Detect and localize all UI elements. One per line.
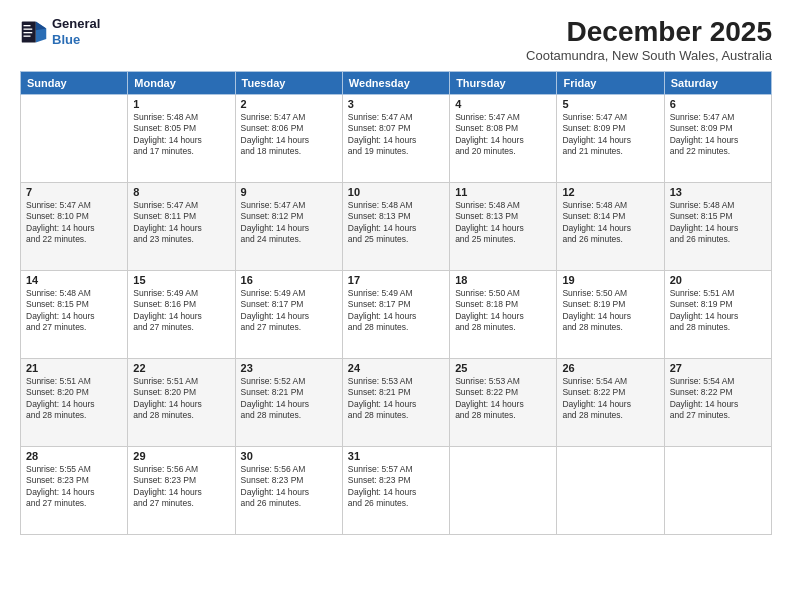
month-title: December 2025 — [526, 16, 772, 48]
calendar-cell: 21Sunrise: 5:51 AMSunset: 8:20 PMDayligh… — [21, 359, 128, 447]
day-info: Sunrise: 5:55 AMSunset: 8:23 PMDaylight:… — [26, 464, 122, 510]
day-number: 1 — [133, 98, 229, 110]
calendar-cell: 17Sunrise: 5:49 AMSunset: 8:17 PMDayligh… — [342, 271, 449, 359]
day-info: Sunrise: 5:50 AMSunset: 8:19 PMDaylight:… — [562, 288, 658, 334]
day-number: 14 — [26, 274, 122, 286]
calendar-cell: 22Sunrise: 5:51 AMSunset: 8:20 PMDayligh… — [128, 359, 235, 447]
calendar-cell: 18Sunrise: 5:50 AMSunset: 8:18 PMDayligh… — [450, 271, 557, 359]
calendar-table: SundayMondayTuesdayWednesdayThursdayFrid… — [20, 71, 772, 535]
calendar-week-4: 21Sunrise: 5:51 AMSunset: 8:20 PMDayligh… — [21, 359, 772, 447]
day-info: Sunrise: 5:54 AMSunset: 8:22 PMDaylight:… — [562, 376, 658, 422]
calendar-cell: 6Sunrise: 5:47 AMSunset: 8:09 PMDaylight… — [664, 95, 771, 183]
day-number: 31 — [348, 450, 444, 462]
calendar-cell: 28Sunrise: 5:55 AMSunset: 8:23 PMDayligh… — [21, 447, 128, 535]
day-info: Sunrise: 5:47 AMSunset: 8:09 PMDaylight:… — [562, 112, 658, 158]
day-number: 5 — [562, 98, 658, 110]
calendar-cell: 19Sunrise: 5:50 AMSunset: 8:19 PMDayligh… — [557, 271, 664, 359]
day-info: Sunrise: 5:47 AMSunset: 8:06 PMDaylight:… — [241, 112, 337, 158]
svg-rect-7 — [24, 35, 31, 36]
day-info: Sunrise: 5:56 AMSunset: 8:23 PMDaylight:… — [241, 464, 337, 510]
day-info: Sunrise: 5:48 AMSunset: 8:15 PMDaylight:… — [670, 200, 766, 246]
day-number: 27 — [670, 362, 766, 374]
day-info: Sunrise: 5:51 AMSunset: 8:19 PMDaylight:… — [670, 288, 766, 334]
calendar-cell: 20Sunrise: 5:51 AMSunset: 8:19 PMDayligh… — [664, 271, 771, 359]
day-info: Sunrise: 5:52 AMSunset: 8:21 PMDaylight:… — [241, 376, 337, 422]
day-info: Sunrise: 5:49 AMSunset: 8:17 PMDaylight:… — [241, 288, 337, 334]
day-info: Sunrise: 5:47 AMSunset: 8:12 PMDaylight:… — [241, 200, 337, 246]
calendar-cell: 25Sunrise: 5:53 AMSunset: 8:22 PMDayligh… — [450, 359, 557, 447]
day-info: Sunrise: 5:56 AMSunset: 8:23 PMDaylight:… — [133, 464, 229, 510]
calendar-header-tuesday: Tuesday — [235, 72, 342, 95]
calendar-cell: 23Sunrise: 5:52 AMSunset: 8:21 PMDayligh… — [235, 359, 342, 447]
day-info: Sunrise: 5:47 AMSunset: 8:09 PMDaylight:… — [670, 112, 766, 158]
day-number: 22 — [133, 362, 229, 374]
calendar-header-monday: Monday — [128, 72, 235, 95]
header: General Blue December 2025 Cootamundra, … — [20, 16, 772, 63]
calendar-cell: 12Sunrise: 5:48 AMSunset: 8:14 PMDayligh… — [557, 183, 664, 271]
calendar-cell — [21, 95, 128, 183]
day-number: 4 — [455, 98, 551, 110]
calendar-cell: 27Sunrise: 5:54 AMSunset: 8:22 PMDayligh… — [664, 359, 771, 447]
day-number: 13 — [670, 186, 766, 198]
day-number: 17 — [348, 274, 444, 286]
day-number: 12 — [562, 186, 658, 198]
calendar-cell: 4Sunrise: 5:47 AMSunset: 8:08 PMDaylight… — [450, 95, 557, 183]
logo-icon — [20, 18, 48, 46]
calendar-cell: 29Sunrise: 5:56 AMSunset: 8:23 PMDayligh… — [128, 447, 235, 535]
calendar-cell: 5Sunrise: 5:47 AMSunset: 8:09 PMDaylight… — [557, 95, 664, 183]
day-info: Sunrise: 5:53 AMSunset: 8:22 PMDaylight:… — [455, 376, 551, 422]
page: General Blue December 2025 Cootamundra, … — [0, 0, 792, 612]
day-info: Sunrise: 5:48 AMSunset: 8:13 PMDaylight:… — [455, 200, 551, 246]
calendar-cell: 15Sunrise: 5:49 AMSunset: 8:16 PMDayligh… — [128, 271, 235, 359]
calendar-cell — [664, 447, 771, 535]
calendar-header-friday: Friday — [557, 72, 664, 95]
calendar-week-2: 7Sunrise: 5:47 AMSunset: 8:10 PMDaylight… — [21, 183, 772, 271]
calendar-cell: 16Sunrise: 5:49 AMSunset: 8:17 PMDayligh… — [235, 271, 342, 359]
day-number: 18 — [455, 274, 551, 286]
day-number: 3 — [348, 98, 444, 110]
calendar-week-1: 1Sunrise: 5:48 AMSunset: 8:05 PMDaylight… — [21, 95, 772, 183]
calendar-cell: 30Sunrise: 5:56 AMSunset: 8:23 PMDayligh… — [235, 447, 342, 535]
svg-rect-5 — [24, 28, 33, 29]
day-info: Sunrise: 5:50 AMSunset: 8:18 PMDaylight:… — [455, 288, 551, 334]
day-info: Sunrise: 5:49 AMSunset: 8:17 PMDaylight:… — [348, 288, 444, 334]
calendar-header-sunday: Sunday — [21, 72, 128, 95]
calendar-week-5: 28Sunrise: 5:55 AMSunset: 8:23 PMDayligh… — [21, 447, 772, 535]
day-info: Sunrise: 5:48 AMSunset: 8:15 PMDaylight:… — [26, 288, 122, 334]
location-subtitle: Cootamundra, New South Wales, Australia — [526, 48, 772, 63]
day-number: 15 — [133, 274, 229, 286]
calendar-header-row: SundayMondayTuesdayWednesdayThursdayFrid… — [21, 72, 772, 95]
calendar-cell: 9Sunrise: 5:47 AMSunset: 8:12 PMDaylight… — [235, 183, 342, 271]
calendar-cell — [450, 447, 557, 535]
day-number: 24 — [348, 362, 444, 374]
day-info: Sunrise: 5:47 AMSunset: 8:08 PMDaylight:… — [455, 112, 551, 158]
day-info: Sunrise: 5:48 AMSunset: 8:13 PMDaylight:… — [348, 200, 444, 246]
day-number: 23 — [241, 362, 337, 374]
calendar-cell: 1Sunrise: 5:48 AMSunset: 8:05 PMDaylight… — [128, 95, 235, 183]
calendar-cell: 7Sunrise: 5:47 AMSunset: 8:10 PMDaylight… — [21, 183, 128, 271]
calendar-cell: 11Sunrise: 5:48 AMSunset: 8:13 PMDayligh… — [450, 183, 557, 271]
day-number: 19 — [562, 274, 658, 286]
calendar-cell: 8Sunrise: 5:47 AMSunset: 8:11 PMDaylight… — [128, 183, 235, 271]
calendar-cell: 10Sunrise: 5:48 AMSunset: 8:13 PMDayligh… — [342, 183, 449, 271]
day-number: 8 — [133, 186, 229, 198]
day-info: Sunrise: 5:47 AMSunset: 8:11 PMDaylight:… — [133, 200, 229, 246]
day-number: 25 — [455, 362, 551, 374]
calendar-cell: 3Sunrise: 5:47 AMSunset: 8:07 PMDaylight… — [342, 95, 449, 183]
day-info: Sunrise: 5:49 AMSunset: 8:16 PMDaylight:… — [133, 288, 229, 334]
day-number: 9 — [241, 186, 337, 198]
day-info: Sunrise: 5:57 AMSunset: 8:23 PMDaylight:… — [348, 464, 444, 510]
day-number: 7 — [26, 186, 122, 198]
calendar-header-wednesday: Wednesday — [342, 72, 449, 95]
calendar-header-thursday: Thursday — [450, 72, 557, 95]
day-number: 26 — [562, 362, 658, 374]
calendar-cell: 31Sunrise: 5:57 AMSunset: 8:23 PMDayligh… — [342, 447, 449, 535]
day-number: 30 — [241, 450, 337, 462]
day-number: 6 — [670, 98, 766, 110]
day-number: 20 — [670, 274, 766, 286]
calendar-cell: 14Sunrise: 5:48 AMSunset: 8:15 PMDayligh… — [21, 271, 128, 359]
calendar-cell: 24Sunrise: 5:53 AMSunset: 8:21 PMDayligh… — [342, 359, 449, 447]
day-info: Sunrise: 5:48 AMSunset: 8:14 PMDaylight:… — [562, 200, 658, 246]
svg-rect-4 — [24, 25, 31, 26]
day-info: Sunrise: 5:47 AMSunset: 8:10 PMDaylight:… — [26, 200, 122, 246]
